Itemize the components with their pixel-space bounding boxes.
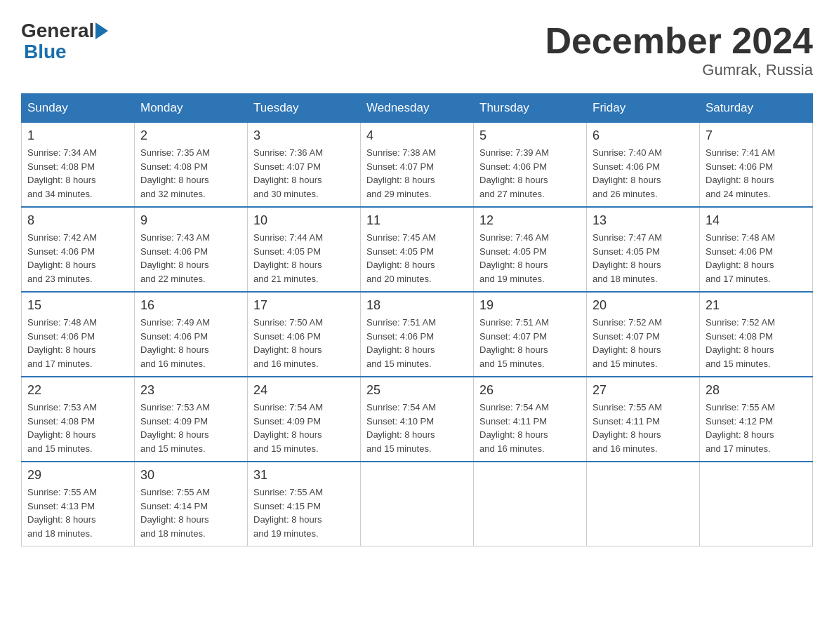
title-section: December 2024 Gumrak, Russia (545, 21, 813, 79)
day-info: Sunrise: 7:34 AMSunset: 4:08 PMDaylight:… (27, 146, 128, 201)
day-number: 3 (253, 128, 355, 143)
day-number: 15 (27, 298, 128, 313)
calendar-cell: 12Sunrise: 7:46 AMSunset: 4:05 PMDayligh… (474, 207, 587, 292)
day-info: Sunrise: 7:51 AMSunset: 4:06 PMDaylight:… (366, 316, 468, 370)
day-number: 4 (366, 128, 468, 143)
location: Gumrak, Russia (545, 61, 813, 79)
day-number: 6 (593, 128, 694, 143)
day-info: Sunrise: 7:36 AMSunset: 4:07 PMDaylight:… (253, 146, 355, 201)
calendar-cell (587, 462, 700, 546)
day-info: Sunrise: 7:55 AMSunset: 4:14 PMDaylight:… (140, 485, 241, 540)
day-number: 19 (479, 298, 581, 313)
day-info: Sunrise: 7:54 AMSunset: 4:09 PMDaylight:… (253, 401, 355, 455)
day-info: Sunrise: 7:51 AMSunset: 4:07 PMDaylight:… (479, 316, 581, 370)
calendar-cell: 14Sunrise: 7:48 AMSunset: 4:06 PMDayligh… (700, 207, 813, 292)
day-info: Sunrise: 7:40 AMSunset: 4:06 PMDaylight:… (593, 146, 694, 201)
calendar-cell: 9Sunrise: 7:43 AMSunset: 4:06 PMDaylight… (135, 207, 248, 292)
calendar-week-4: 22Sunrise: 7:53 AMSunset: 4:08 PMDayligh… (22, 377, 813, 462)
day-info: Sunrise: 7:55 AMSunset: 4:15 PMDaylight:… (253, 485, 355, 540)
day-number: 12 (479, 213, 581, 228)
calendar-cell: 15Sunrise: 7:48 AMSunset: 4:06 PMDayligh… (22, 292, 135, 377)
day-number: 23 (140, 383, 241, 398)
day-number: 11 (366, 213, 468, 228)
day-number: 27 (593, 383, 694, 398)
calendar-week-2: 8Sunrise: 7:42 AMSunset: 4:06 PMDaylight… (22, 207, 813, 292)
day-info: Sunrise: 7:45 AMSunset: 4:05 PMDaylight:… (366, 231, 468, 286)
day-number: 20 (593, 298, 694, 313)
day-number: 10 (253, 213, 355, 228)
logo-blue: Blue (24, 41, 108, 63)
day-info: Sunrise: 7:53 AMSunset: 4:09 PMDaylight:… (140, 401, 241, 455)
calendar-cell (474, 462, 587, 546)
day-number: 25 (366, 383, 468, 398)
calendar-week-5: 29Sunrise: 7:55 AMSunset: 4:13 PMDayligh… (22, 462, 813, 546)
calendar-cell: 22Sunrise: 7:53 AMSunset: 4:08 PMDayligh… (22, 377, 135, 462)
day-info: Sunrise: 7:50 AMSunset: 4:06 PMDaylight:… (253, 316, 355, 370)
calendar-cell: 28Sunrise: 7:55 AMSunset: 4:12 PMDayligh… (700, 377, 813, 462)
calendar-cell: 20Sunrise: 7:52 AMSunset: 4:07 PMDayligh… (587, 292, 700, 377)
day-number: 1 (27, 128, 128, 143)
day-info: Sunrise: 7:48 AMSunset: 4:06 PMDaylight:… (27, 316, 128, 370)
calendar-week-3: 15Sunrise: 7:48 AMSunset: 4:06 PMDayligh… (22, 292, 813, 377)
day-info: Sunrise: 7:43 AMSunset: 4:06 PMDaylight:… (140, 231, 241, 286)
calendar-cell: 18Sunrise: 7:51 AMSunset: 4:06 PMDayligh… (361, 292, 474, 377)
calendar-week-1: 1Sunrise: 7:34 AMSunset: 4:08 PMDaylight… (22, 123, 813, 208)
day-info: Sunrise: 7:39 AMSunset: 4:06 PMDaylight:… (479, 146, 581, 201)
day-number: 14 (706, 213, 807, 228)
header-tuesday: Tuesday (248, 94, 361, 123)
logo-general: General (21, 21, 94, 41)
calendar-cell: 8Sunrise: 7:42 AMSunset: 4:06 PMDaylight… (22, 207, 135, 292)
calendar-header-row: SundayMondayTuesdayWednesdayThursdayFrid… (22, 94, 813, 123)
day-info: Sunrise: 7:48 AMSunset: 4:06 PMDaylight:… (706, 231, 807, 286)
calendar-cell: 6Sunrise: 7:40 AMSunset: 4:06 PMDaylight… (587, 123, 700, 208)
day-number: 9 (140, 213, 241, 228)
header-friday: Friday (587, 94, 700, 123)
calendar-cell (361, 462, 474, 546)
logo: General Blue (21, 21, 108, 63)
day-number: 17 (253, 298, 355, 313)
header-thursday: Thursday (474, 94, 587, 123)
calendar-cell: 19Sunrise: 7:51 AMSunset: 4:07 PMDayligh… (474, 292, 587, 377)
calendar-cell: 23Sunrise: 7:53 AMSunset: 4:09 PMDayligh… (135, 377, 248, 462)
day-number: 30 (140, 468, 241, 483)
calendar-cell: 10Sunrise: 7:44 AMSunset: 4:05 PMDayligh… (248, 207, 361, 292)
day-number: 7 (706, 128, 807, 143)
day-info: Sunrise: 7:41 AMSunset: 4:06 PMDaylight:… (706, 146, 807, 201)
day-number: 13 (593, 213, 694, 228)
day-number: 5 (479, 128, 581, 143)
day-number: 8 (27, 213, 128, 228)
day-info: Sunrise: 7:42 AMSunset: 4:06 PMDaylight:… (27, 231, 128, 286)
day-number: 29 (27, 468, 128, 483)
day-number: 28 (706, 383, 807, 398)
day-number: 22 (27, 383, 128, 398)
calendar-table: SundayMondayTuesdayWednesdayThursdayFrid… (21, 93, 813, 546)
day-info: Sunrise: 7:46 AMSunset: 4:05 PMDaylight:… (479, 231, 581, 286)
page-header: General Blue December 2024 Gumrak, Russi… (21, 21, 813, 79)
day-number: 18 (366, 298, 468, 313)
day-number: 16 (140, 298, 241, 313)
calendar-cell: 30Sunrise: 7:55 AMSunset: 4:14 PMDayligh… (135, 462, 248, 546)
day-info: Sunrise: 7:54 AMSunset: 4:10 PMDaylight:… (366, 401, 468, 455)
day-number: 26 (479, 383, 581, 398)
calendar-cell: 4Sunrise: 7:38 AMSunset: 4:07 PMDaylight… (361, 123, 474, 208)
calendar-cell: 29Sunrise: 7:55 AMSunset: 4:13 PMDayligh… (22, 462, 135, 546)
calendar-cell: 21Sunrise: 7:52 AMSunset: 4:08 PMDayligh… (700, 292, 813, 377)
logo-arrow-icon (95, 22, 108, 39)
header-saturday: Saturday (700, 94, 813, 123)
calendar-cell: 1Sunrise: 7:34 AMSunset: 4:08 PMDaylight… (22, 123, 135, 208)
day-info: Sunrise: 7:52 AMSunset: 4:08 PMDaylight:… (706, 316, 807, 370)
calendar-cell: 2Sunrise: 7:35 AMSunset: 4:08 PMDaylight… (135, 123, 248, 208)
day-info: Sunrise: 7:53 AMSunset: 4:08 PMDaylight:… (27, 401, 128, 455)
header-wednesday: Wednesday (361, 94, 474, 123)
calendar-cell (700, 462, 813, 546)
calendar-cell: 24Sunrise: 7:54 AMSunset: 4:09 PMDayligh… (248, 377, 361, 462)
day-number: 31 (253, 468, 355, 483)
day-info: Sunrise: 7:35 AMSunset: 4:08 PMDaylight:… (140, 146, 241, 201)
calendar-cell: 13Sunrise: 7:47 AMSunset: 4:05 PMDayligh… (587, 207, 700, 292)
day-info: Sunrise: 7:44 AMSunset: 4:05 PMDaylight:… (253, 231, 355, 286)
day-info: Sunrise: 7:49 AMSunset: 4:06 PMDaylight:… (140, 316, 241, 370)
header-monday: Monday (135, 94, 248, 123)
calendar-cell: 17Sunrise: 7:50 AMSunset: 4:06 PMDayligh… (248, 292, 361, 377)
day-info: Sunrise: 7:38 AMSunset: 4:07 PMDaylight:… (366, 146, 468, 201)
header-sunday: Sunday (22, 94, 135, 123)
